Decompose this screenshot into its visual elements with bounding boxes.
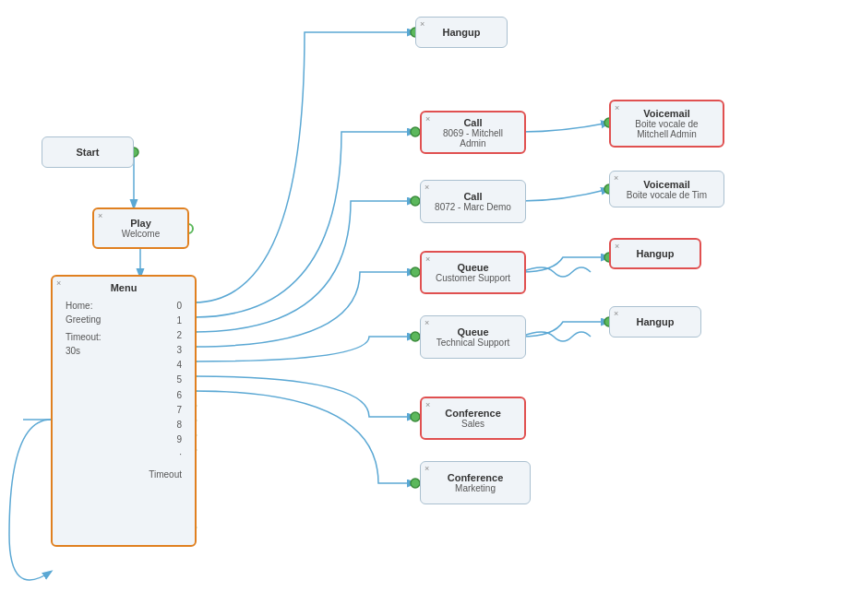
queue-ts-sub: Technical Support [436,338,510,348]
call8072-title: Call [463,191,482,202]
call8072-sub: 8072 - Marc Demo [435,202,511,212]
voicemail2-title: Voicemail [643,179,690,190]
queue-cs-node[interactable]: × Queue Customer Support [420,251,526,294]
voicemail1-close-icon[interactable]: × [615,103,619,113]
voicemail2-node[interactable]: × Voicemail Boite vocale de Tim [609,171,724,207]
menu-title: Menu [62,282,185,293]
queue-cs-title: Queue [457,262,488,273]
conf-sales-close-icon[interactable]: × [425,400,430,409]
svg-point-23 [411,412,420,421]
hangup3-label: Hangup [637,316,675,327]
menu-info: Home: Greeting Timeout: 30s [66,299,102,482]
svg-point-21 [411,267,420,277]
conf-mktg-sub: Marketing [455,483,496,493]
hangup1-close-icon[interactable]: × [420,19,425,29]
menu-node[interactable]: × Menu Home: Greeting Timeout: 30s 0 1 2… [51,275,197,547]
conf-sales-sub: Sales [461,419,484,429]
hangup2-node[interactable]: × Hangup [609,238,701,269]
voicemail2-sub: Boite vocale de Tim [627,190,707,200]
call8072-node[interactable]: × Call 8072 - Marc Demo [420,180,526,223]
menu-close-icon[interactable]: × [56,278,61,288]
hangup1-label: Hangup [443,27,481,38]
play-close-icon[interactable]: × [98,211,102,220]
queue-cs-sub: Customer Support [436,273,510,283]
call8069-title: Call [463,117,482,128]
voicemail2-close-icon[interactable]: × [614,173,618,183]
call8069-sub: 8069 - Mitchell Admin [429,128,517,148]
conf-sales-title: Conference [445,408,501,419]
play-sub: Welcome [122,229,161,239]
hangup1-node[interactable]: × Hangup [415,17,508,48]
conf-mktg-node[interactable]: × Conference Marketing [420,461,531,504]
svg-point-20 [411,196,420,206]
hangup2-close-icon[interactable]: × [615,242,619,251]
conf-mktg-title: Conference [448,472,504,483]
voicemail1-node[interactable]: × Voicemail Boite vocale de Mitchell Adm… [609,100,724,148]
play-title: Play [130,218,151,229]
svg-point-24 [411,479,420,488]
call8072-close-icon[interactable]: × [425,183,429,192]
play-node[interactable]: × Play Welcome [92,207,189,249]
menu-numbers: 0 1 2 3 4 5 6 7 8 9 · Timeout [149,299,182,482]
voicemail1-title: Voicemail [643,108,690,119]
conf-mktg-close-icon[interactable]: × [425,464,429,473]
call8069-node[interactable]: × Call 8069 - Mitchell Admin [420,111,526,154]
queue-ts-title: Queue [457,326,488,338]
voicemail1-sub: Boite vocale de Mitchell Admin [635,119,698,139]
start-label: Start [76,147,99,158]
start-node[interactable]: Start [42,136,134,168]
hangup3-node[interactable]: × Hangup [609,306,701,338]
svg-point-19 [411,127,420,136]
call8069-close-icon[interactable]: × [425,114,430,124]
queue-cs-close-icon[interactable]: × [425,255,430,264]
hangup2-label: Hangup [637,248,675,259]
hangup3-close-icon[interactable]: × [614,309,618,318]
queue-ts-close-icon[interactable]: × [425,318,429,327]
conf-sales-node[interactable]: × Conference Sales [420,397,526,440]
queue-ts-node[interactable]: × Queue Technical Support [420,315,526,359]
svg-point-22 [411,332,420,341]
